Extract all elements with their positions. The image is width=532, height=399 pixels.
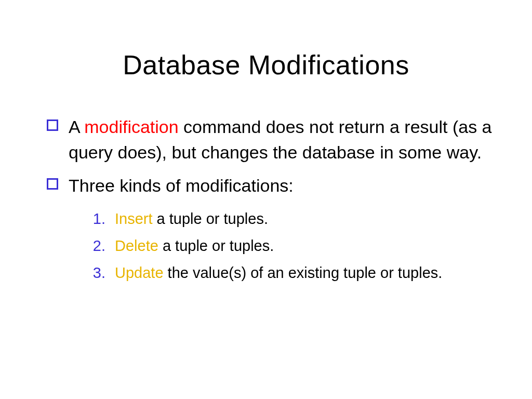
highlight-gold: Delete [115, 237, 158, 254]
text-segment: a tuple or tuples. [158, 237, 274, 254]
bullet-item: A modification command does not return a… [47, 114, 496, 166]
square-bullet-icon [47, 119, 58, 131]
list-number: 2. [86, 235, 105, 257]
list-item: 1. Insert a tuple or tuples. [86, 208, 496, 230]
bullet-text: Three kinds of modifications: [69, 173, 294, 198]
slide-body: A modification command does not return a… [0, 114, 532, 198]
list-text: Delete a tuple or tuples. [115, 235, 274, 257]
list-text: Update the value(s) of an existing tuple… [115, 262, 442, 284]
text-segment: a tuple or tuples. [153, 210, 268, 227]
text-segment: A [69, 117, 84, 137]
text-segment: Three kinds of modifications: [69, 176, 294, 195]
list-number: 3. [86, 262, 105, 284]
highlight-gold: Insert [115, 210, 153, 227]
slide-title: Database Modifications [0, 49, 532, 81]
highlight-gold: Update [115, 264, 164, 281]
bullet-item: Three kinds of modifications: [47, 173, 496, 198]
list-text: Insert a tuple or tuples. [115, 208, 268, 230]
list-item: 2. Delete a tuple or tuples. [86, 235, 496, 257]
square-bullet-icon [47, 178, 58, 190]
list-number: 1. [86, 208, 105, 230]
bullet-text: A modification command does not return a… [69, 114, 496, 166]
slide: Database Modifications A modification co… [0, 0, 532, 399]
text-segment: the value(s) of an existing tuple or tup… [164, 264, 443, 281]
highlight-red: modification [84, 117, 178, 137]
list-item: 3. Update the value(s) of an existing tu… [86, 262, 496, 284]
numbered-list: 1. Insert a tuple or tuples. 2. Delete a… [0, 208, 532, 284]
